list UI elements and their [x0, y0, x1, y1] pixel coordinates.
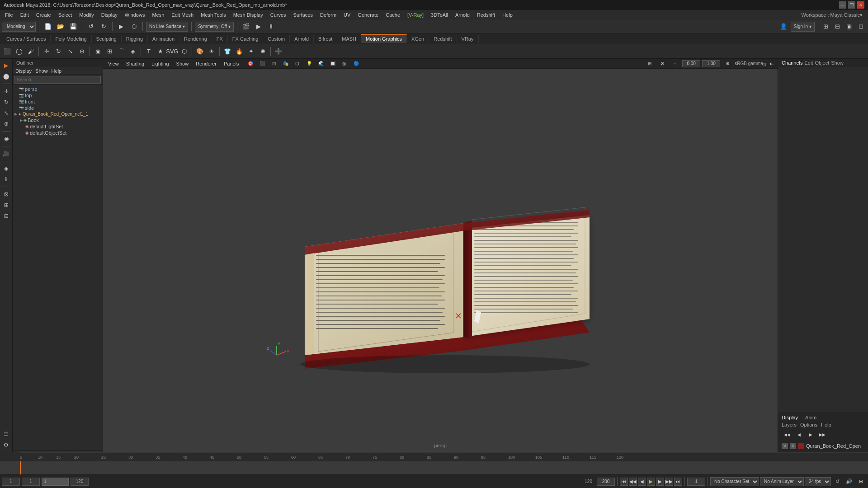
vp-icon4[interactable]: 🎭	[280, 58, 291, 69]
menu-mesh[interactable]: Mesh	[149, 11, 167, 19]
layout-icon3[interactable]: ▣	[844, 21, 854, 32]
new-file-icon[interactable]: 📄	[42, 21, 53, 32]
tree-item-front[interactable]: 📷 front	[13, 99, 103, 105]
menu-uv[interactable]: UV	[340, 11, 354, 19]
menu-modify[interactable]: Modify	[76, 11, 97, 19]
scale-tool-btn[interactable]: ⤡	[1, 108, 11, 118]
transform-btn[interactable]: ⊠	[1, 189, 11, 199]
vp-value2-input[interactable]	[702, 60, 720, 67]
layer-color-swatch[interactable]	[798, 443, 804, 449]
view-menu[interactable]: View	[105, 60, 122, 67]
lasso-tool-icon[interactable]: ⬡	[128, 21, 139, 32]
universal-btn[interactable]: ⊕	[1, 119, 11, 129]
timeline-ruler[interactable]: 5 10 15 20 25 30 35 40 45 50 55 60 65 70…	[0, 452, 868, 461]
settings-playback-icon[interactable]: ↺	[832, 476, 843, 487]
timeline-playback-bar[interactable]	[0, 461, 868, 474]
soft-mod-btn[interactable]: ◉	[1, 134, 11, 144]
layer-visibility-btn[interactable]: V	[782, 443, 788, 449]
symmetry-btn[interactable]: Symmetry: Off ▾	[195, 22, 234, 32]
tab-fx[interactable]: FX	[212, 35, 228, 43]
menu-file[interactable]: File	[2, 11, 16, 19]
audio-icon[interactable]: 🔊	[844, 476, 854, 487]
tab-bifrost[interactable]: Bifrost	[314, 35, 337, 43]
menu-surfaces[interactable]: Surfaces	[290, 11, 316, 19]
outliner-help-tab[interactable]: Help	[52, 68, 62, 74]
layers-tab[interactable]: Layers	[782, 422, 797, 427]
pivot-btn[interactable]: ⊞	[1, 200, 11, 210]
vp-icon5[interactable]: ⬡	[292, 58, 303, 69]
play-btn[interactable]: ▶	[647, 478, 655, 486]
menu-curves[interactable]: Curves	[267, 11, 289, 19]
menu-help[interactable]: Help	[499, 11, 516, 19]
tree-item-book[interactable]: ▶ ◈ Book	[13, 117, 103, 123]
menu-mesh-tools[interactable]: Mesh Tools	[198, 11, 229, 19]
mg-icon2[interactable]: ★	[155, 46, 166, 57]
tree-item-persp[interactable]: 📷 persp	[13, 86, 103, 92]
total-end-input[interactable]	[597, 478, 615, 486]
options-tab[interactable]: Options	[800, 422, 817, 427]
render-icon[interactable]: 🎬	[241, 21, 251, 32]
menu-arnold[interactable]: Arnold	[452, 11, 473, 19]
menu-display[interactable]: Display	[98, 11, 121, 19]
current-frame-input[interactable]	[22, 478, 40, 486]
end-frame-input[interactable]	[71, 478, 89, 486]
vp-icon10[interactable]: 🔵	[351, 58, 362, 69]
grid-btn[interactable]: ⊟	[1, 211, 11, 221]
move-tool-btn[interactable]: ✛	[1, 86, 11, 96]
restore-button[interactable]: ❐	[848, 1, 855, 9]
layer-next-icon[interactable]: ▶	[805, 429, 816, 440]
lighting-menu[interactable]: Lighting	[148, 60, 172, 67]
menu-deform[interactable]: Deform	[317, 11, 340, 19]
tab-curves-surfaces[interactable]: Curves / Surfaces	[2, 35, 51, 43]
loop-icon[interactable]: ⊞	[855, 476, 866, 487]
info-btn[interactable]: ℹ	[1, 174, 11, 184]
menu-create[interactable]: Create	[33, 11, 54, 19]
edit-tab[interactable]: Edit	[804, 60, 813, 66]
tab-sculpting[interactable]: Sculpting	[92, 35, 122, 43]
prev-key-btn[interactable]: ◀◀	[629, 478, 637, 486]
mg-icon4[interactable]: ⬡	[179, 46, 189, 57]
close-button[interactable]: ✕	[857, 1, 864, 9]
frame-indicator-input[interactable]	[687, 478, 705, 486]
pause-icon[interactable]: ⏸	[266, 21, 277, 32]
vp-icon1[interactable]: 🎯	[245, 58, 256, 69]
live-surface-btn[interactable]: No Live Surface ▾	[146, 22, 188, 32]
outliner-show-tab[interactable]: Show	[35, 68, 48, 74]
tab-mash[interactable]: MASH	[337, 35, 361, 43]
layout-icon2[interactable]: ⊟	[832, 21, 843, 32]
go-start-btn[interactable]: ⏮	[620, 478, 628, 486]
menu-redshift[interactable]: Redshift	[474, 11, 498, 19]
anim-tab[interactable]: Anim	[805, 415, 816, 420]
vp-value1-input[interactable]	[682, 60, 700, 67]
go-end-btn[interactable]: ⏭	[674, 478, 682, 486]
save-icon[interactable]: 💾	[68, 21, 79, 32]
tab-rendering[interactable]: Rendering	[179, 35, 212, 43]
workspace-dropdown[interactable]: Modeling	[2, 22, 36, 32]
list-btn[interactable]: ☰	[1, 429, 11, 439]
minimize-button[interactable]: ─	[839, 1, 846, 9]
fps-select[interactable]: 24 fps	[805, 477, 831, 486]
vp-icon9[interactable]: ◎	[339, 58, 350, 69]
vp-icon14[interactable]: ⚙	[722, 58, 733, 69]
no-anim-select[interactable]: No Anim Layer	[760, 477, 804, 486]
menu-select[interactable]: Select	[55, 11, 75, 19]
vp-icon8[interactable]: 🔲	[327, 58, 338, 69]
tree-item-quran-group[interactable]: ▶ ✦ Quran_Book_Red_Open_ncl1_1	[13, 111, 103, 117]
light-icon[interactable]: ☀	[206, 46, 217, 57]
vp-corner-icon1[interactable]: ⊡	[760, 61, 768, 68]
ipr-icon[interactable]: ▶	[253, 21, 264, 32]
tab-fx-caching[interactable]: FX Caching	[228, 35, 263, 43]
menu-edit[interactable]: Edit	[17, 11, 32, 19]
tree-item-side[interactable]: 📷 side	[13, 105, 103, 111]
start-frame-input[interactable]	[2, 478, 20, 486]
select-tool-icon[interactable]: ▶	[116, 21, 127, 32]
vp-icon12[interactable]: ⊠	[657, 58, 668, 69]
no-character-select[interactable]: No Character Set	[710, 477, 759, 486]
next-key-btn[interactable]: ▶▶	[665, 478, 673, 486]
fx-icon3[interactable]: ✺	[257, 46, 268, 57]
display-tab[interactable]: Display	[782, 415, 798, 420]
shading-menu[interactable]: Shading	[123, 60, 147, 67]
sign-in-btn[interactable]: Sign In ▾	[791, 22, 815, 32]
playhead[interactable]	[20, 461, 21, 474]
scale-icon[interactable]: ⤡	[65, 46, 75, 57]
